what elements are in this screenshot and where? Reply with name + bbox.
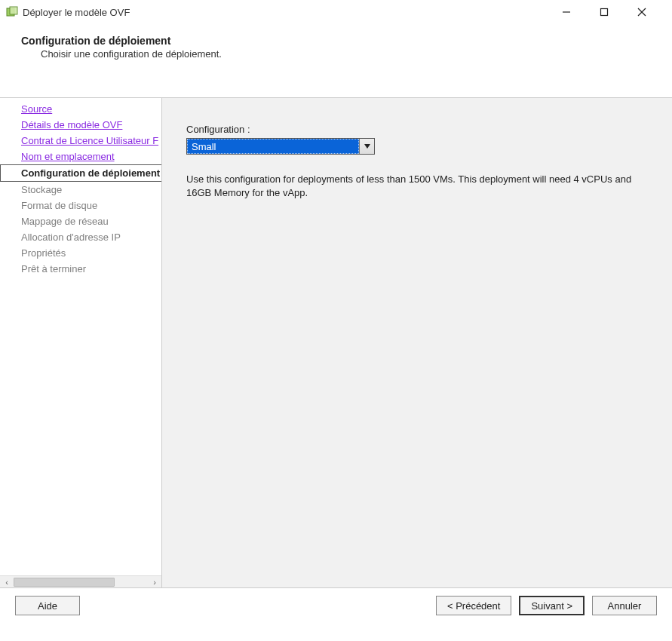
maximize-button[interactable] — [594, 5, 615, 20]
main-panel: Configuration : Small Use this configura… — [162, 98, 672, 587]
content-area: Source Détails de modèle OVF Contrat de … — [0, 97, 672, 587]
back-button[interactable]: < Précédent — [436, 596, 511, 615]
step-deployment-config[interactable]: Configuration de déploiement — [0, 164, 161, 182]
scroll-left-button[interactable]: ‹ — [0, 576, 14, 587]
step-name-location[interactable]: Nom et emplacement — [0, 149, 161, 164]
sidebar-scrollbar[interactable]: ‹ › — [0, 575, 161, 587]
step-source[interactable]: Source — [0, 101, 161, 117]
configuration-selected-value: Small — [187, 139, 359, 154]
step-properties: Propriétés — [0, 245, 161, 261]
wizard-footer: Aide < Précédent Suivant > Annuler — [0, 587, 672, 626]
scroll-thumb[interactable] — [14, 578, 115, 587]
svg-rect-1 — [10, 7, 17, 14]
configuration-description: Use this configuration for deployments o… — [186, 173, 646, 200]
window-controls — [556, 5, 666, 20]
svg-rect-3 — [601, 9, 608, 16]
minimize-button[interactable] — [556, 5, 577, 20]
cancel-button[interactable]: Annuler — [592, 596, 657, 615]
close-button[interactable] — [631, 5, 652, 20]
step-disk-format: Format de disque — [0, 198, 161, 213]
step-ready-to-complete: Prêt à terminer — [0, 261, 161, 277]
chevron-down-icon[interactable] — [359, 139, 374, 154]
scroll-track[interactable] — [14, 576, 148, 587]
page-header: Configuration de déploiement Choisir une… — [0, 24, 672, 67]
page-subtitle: Choisir une configuration de déploiement… — [21, 48, 667, 60]
help-button[interactable]: Aide — [15, 596, 80, 615]
titlebar: Déployer le modèle OVF — [0, 0, 672, 24]
step-ip-allocation: Allocation d'adresse IP — [0, 229, 161, 245]
window-title: Déployer le modèle OVF — [23, 7, 130, 18]
step-storage: Stockage — [0, 182, 161, 198]
page-title: Configuration de déploiement — [21, 35, 667, 47]
configuration-label: Configuration : — [186, 124, 660, 135]
step-ovf-details[interactable]: Détails de modèle OVF — [0, 117, 161, 133]
app-icon — [6, 6, 18, 18]
scroll-right-button[interactable]: › — [148, 576, 161, 587]
wizard-sidebar: Source Détails de modèle OVF Contrat de … — [0, 98, 162, 587]
wizard-steps: Source Détails de modèle OVF Contrat de … — [0, 98, 161, 277]
svg-marker-6 — [364, 144, 370, 149]
next-button[interactable]: Suivant > — [519, 596, 585, 615]
step-network-mapping: Mappage de réseau — [0, 213, 161, 229]
configuration-dropdown[interactable]: Small — [186, 138, 375, 155]
step-eula[interactable]: Contrat de Licence Utilisateur F — [0, 133, 161, 149]
